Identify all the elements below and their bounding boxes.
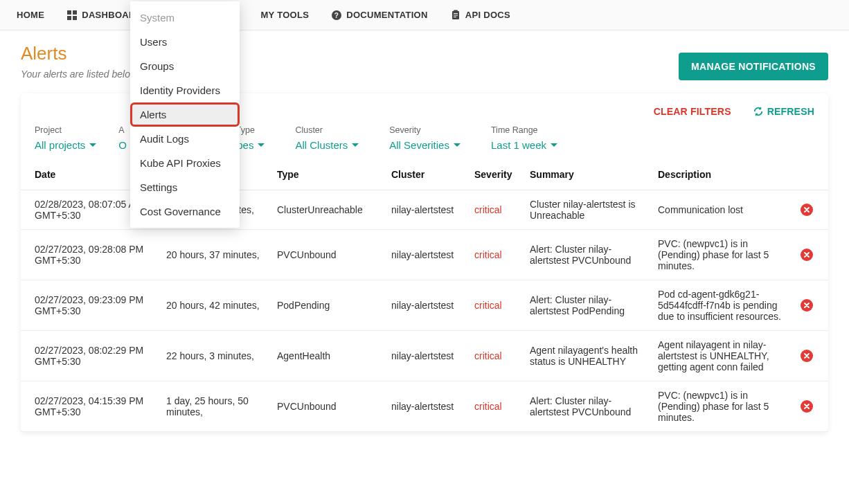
table-row: 02/27/2023, 09:23:09 PM GMT+5:3020 hours… — [21, 280, 828, 331]
cell-type: ClusterUnreachable — [270, 190, 384, 230]
cell-severity: critical — [467, 190, 523, 230]
svg-rect-7 — [454, 10, 458, 12]
top-nav: HOME DASHBOARDS MY TOOLS ? DOCUMENTATION… — [0, 0, 849, 30]
svg-rect-2 — [67, 16, 71, 20]
chevron-down-icon — [258, 143, 265, 147]
cell-summary: Alert: Cluster nilay-alertstest PVCUnbou… — [523, 230, 651, 280]
cell-date: 02/27/2023, 08:02:29 PM GMT+5:30 — [21, 331, 159, 381]
system-dropdown: SystemUsersGroupsIdentity ProvidersAlert… — [130, 1, 240, 228]
dropdown-item-alerts[interactable]: Alerts — [130, 102, 240, 127]
refresh-icon — [753, 107, 763, 116]
cell-description: PVC: (newpvc1) is in (Pending) phase for… — [651, 381, 794, 432]
dropdown-item-kube-api-proxies[interactable]: Kube API Proxies — [130, 151, 240, 175]
cell-type: AgentHealth — [270, 331, 384, 381]
cell-age: 22 hours, 3 minutes, — [159, 331, 270, 381]
filter-project[interactable]: All projects — [35, 139, 96, 151]
cell-summary: Alert: Cluster nilay-alertstest PodPendi… — [523, 280, 651, 331]
filter-alert-value: O — [118, 139, 127, 151]
cell-severity: critical — [467, 230, 523, 280]
dropdown-item-cost-governance[interactable]: Cost Governance — [130, 199, 240, 224]
cell-summary: Alert: Cluster nilay-alertstest PVCUnbou… — [523, 381, 651, 432]
page-subtitle: Your alerts are listed below — [21, 69, 137, 80]
cell-age: 1 day, 25 hours, 50 minutes, — [159, 381, 270, 432]
svg-rect-8 — [454, 13, 458, 14]
delete-alert-button[interactable] — [801, 299, 813, 312]
dropdown-item-identity-providers[interactable]: Identity Providers — [130, 78, 240, 102]
filter-cluster-value: All Clusters — [295, 139, 348, 151]
nav-home-label: HOME — [17, 10, 44, 20]
filter-project-value: All projects — [35, 139, 85, 151]
manage-notifications-button[interactable]: MANAGE NOTIFICATIONS — [679, 53, 828, 80]
filter-alert-label: A — [118, 125, 127, 135]
nav-mytools-label: MY TOOLS — [260, 10, 309, 20]
chevron-down-icon — [454, 143, 461, 147]
svg-rect-3 — [73, 16, 77, 20]
nav-apidocs[interactable]: API DOCS — [439, 0, 521, 30]
nav-documentation-label: DOCUMENTATION — [346, 10, 428, 20]
cell-date: 02/27/2023, 09:28:08 PM GMT+5:30 — [21, 230, 159, 280]
filter-alert[interactable]: O — [118, 139, 127, 151]
delete-alert-button[interactable] — [801, 249, 813, 261]
delete-alert-button[interactable] — [801, 204, 813, 216]
nav-home[interactable]: HOME — [6, 0, 55, 30]
help-icon: ? — [331, 10, 342, 21]
delete-alert-button[interactable] — [801, 350, 813, 362]
cell-cluster: nilay-alertstest — [384, 190, 467, 230]
svg-rect-9 — [454, 15, 458, 15]
svg-rect-1 — [73, 10, 77, 15]
col-type: Type — [270, 159, 384, 190]
table-row: 02/27/2023, 09:28:08 PM GMT+5:3020 hours… — [21, 230, 828, 280]
cell-severity: critical — [467, 381, 523, 432]
cell-cluster: nilay-alertstest — [384, 331, 467, 381]
filter-timerange[interactable]: Last 1 week — [491, 139, 557, 151]
filter-severity-label: Severity — [389, 125, 461, 135]
cell-description: PVC: (newpvc1) is in (Pending) phase for… — [651, 230, 794, 280]
dropdown-item-users[interactable]: Users — [130, 30, 240, 54]
delete-alert-button[interactable] — [801, 400, 813, 413]
filter-cluster[interactable]: All Clusters — [295, 139, 359, 151]
svg-rect-0 — [67, 10, 71, 15]
nav-mytools[interactable]: MY TOOLS — [249, 0, 320, 30]
cell-severity: critical — [467, 331, 523, 381]
cell-severity: critical — [467, 280, 523, 331]
page-title: Alerts — [21, 43, 137, 64]
filter-cluster-label: Cluster — [295, 125, 359, 135]
cell-type: PodPending — [270, 280, 384, 331]
cell-cluster: nilay-alertstest — [384, 381, 467, 432]
nav-documentation[interactable]: ? DOCUMENTATION — [320, 0, 439, 30]
refresh-label: REFRESH — [767, 106, 814, 117]
cell-cluster: nilay-alertstest — [384, 280, 467, 331]
cell-date: 02/27/2023, 09:23:09 PM GMT+5:30 — [21, 280, 159, 331]
cell-type: PVCUnbound — [270, 230, 384, 280]
col-summary: Summary — [523, 159, 651, 190]
dropdown-item-audit-logs[interactable]: Audit Logs — [130, 127, 240, 151]
refresh-link[interactable]: REFRESH — [753, 106, 814, 117]
cell-summary: Cluster nilay-alertstest is Unreachable — [523, 190, 651, 230]
clipboard-icon — [450, 10, 461, 21]
col-description: Description — [651, 159, 794, 190]
cell-description: Agent nilayagent in nilay-alertstest is … — [651, 331, 794, 381]
cell-description: Communication lost — [651, 190, 794, 230]
chevron-down-icon — [352, 143, 359, 147]
chevron-down-icon — [551, 143, 557, 147]
clear-filters-link[interactable]: CLEAR FILTERS — [654, 106, 731, 117]
dropdown-item-settings[interactable]: Settings — [130, 175, 240, 199]
dropdown-item-system: System — [130, 6, 240, 30]
filter-timerange-label: Time Range — [491, 125, 557, 135]
cell-description: Pod cd-agent-gdk6g21-5d544fcdff-f7n4b is… — [651, 280, 794, 331]
nav-apidocs-label: API DOCS — [465, 10, 510, 20]
dropdown-item-groups[interactable]: Groups — [130, 54, 240, 78]
chevron-down-icon — [89, 143, 96, 147]
cell-type: PVCUnbound — [270, 381, 384, 432]
cell-age: 20 hours, 37 minutes, — [159, 230, 270, 280]
svg-rect-10 — [454, 17, 456, 17]
col-cluster: Cluster — [384, 159, 467, 190]
svg-text:?: ? — [334, 12, 339, 19]
filter-severity[interactable]: All Severities — [389, 139, 461, 151]
filter-severity-value: All Severities — [389, 139, 449, 151]
cell-age: 20 hours, 42 minutes, — [159, 280, 270, 331]
dashboard-icon — [66, 10, 78, 21]
filter-timerange-value: Last 1 week — [491, 139, 546, 151]
table-row: 02/27/2023, 04:15:39 PM GMT+5:301 day, 2… — [21, 381, 828, 432]
cell-summary: Agent nilayagent's health status is UNHE… — [523, 331, 651, 381]
